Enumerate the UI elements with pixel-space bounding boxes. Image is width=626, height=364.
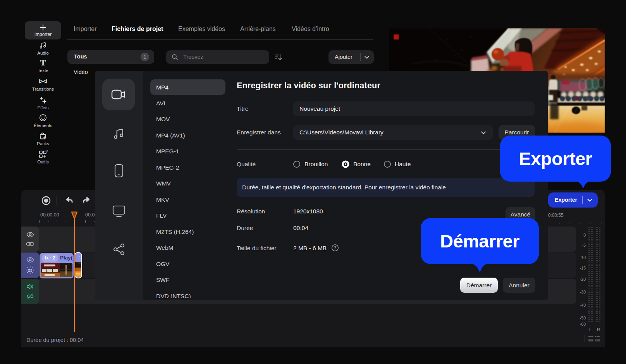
svg-text:?: ? — [334, 246, 336, 250]
